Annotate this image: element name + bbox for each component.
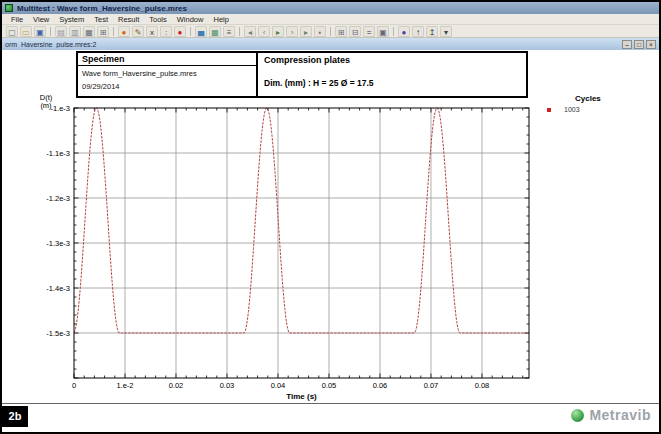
document-content: Specimen Wave form_Haversine_pulse.mres …: [2, 50, 659, 403]
record-icon[interactable]: ●: [118, 26, 130, 37]
menu-item-view[interactable]: View: [28, 15, 54, 24]
chart-text: -1.1e-3: [46, 149, 70, 158]
close-button[interactable]: ×: [646, 40, 656, 49]
chart-legend: Cycles 1003: [543, 94, 633, 113]
chart-text: Time (s): [286, 392, 317, 401]
zoom-y-icon[interactable]: :: [160, 26, 172, 37]
waveform-curve: [74, 108, 529, 333]
toolbar: ▢▭▣▤▥▦⊞●✎x:●▅▦≡◂‹▸›▸▪⊞⊟=▣●↑↥▾: [2, 25, 659, 38]
chart-text: 0.03: [220, 381, 235, 390]
paste-icon[interactable]: ▥: [69, 26, 81, 37]
menu-item-window[interactable]: Window: [172, 15, 209, 24]
step-forward-icon[interactable]: ›: [286, 26, 298, 37]
toolbar-separator: [239, 27, 240, 36]
chart-text: -1.3e-3: [46, 239, 70, 248]
window-bottom-border: [2, 403, 659, 404]
pen-icon[interactable]: ✎: [132, 26, 144, 37]
document-window-buttons: –□×: [620, 40, 656, 49]
legend-entry: 1003: [543, 106, 633, 113]
toolbar-separator: [393, 27, 394, 36]
window-icon[interactable]: ▣: [377, 26, 389, 37]
chart-text: 1.e-2: [116, 381, 133, 390]
minimize-button[interactable]: –: [622, 40, 632, 49]
cascade-icon[interactable]: ⊟: [349, 26, 361, 37]
waveform-chart[interactable]: 01.e-20.020.030.040.050.060.070.08-1.e-3…: [2, 88, 602, 413]
specimen-dimensions: Dim. (mm) : H = 25 Ø = 17.5: [264, 78, 520, 88]
menu-item-file[interactable]: File: [6, 15, 28, 24]
zoom-x-icon[interactable]: x: [146, 26, 158, 37]
copy-icon[interactable]: ▤: [55, 26, 67, 37]
chart-gridlines: [74, 108, 529, 378]
goto-end-icon[interactable]: ▸: [300, 26, 312, 37]
specimen-file-name: Wave form_Haversine_pulse.mres: [78, 66, 256, 78]
layout-icon[interactable]: ⊞: [97, 26, 109, 37]
stop-icon[interactable]: ●: [174, 26, 186, 37]
goto-start-icon[interactable]: ◂: [244, 26, 256, 37]
toolbar-separator: [113, 27, 114, 36]
chart-text: 0.05: [322, 381, 337, 390]
legend-entry-label: 1003: [564, 106, 580, 113]
restore-button[interactable]: □: [634, 40, 644, 49]
info-icon[interactable]: ●: [398, 26, 410, 37]
report-icon[interactable]: ≡: [223, 26, 235, 37]
chart-text: 0.06: [373, 381, 388, 390]
save-icon[interactable]: ▣: [34, 26, 46, 37]
menu-bar: FileViewSystemTestResultToolsWindowHelp: [2, 14, 659, 25]
chart-text: -1.2e-3: [46, 194, 70, 203]
figure-label: 2b: [2, 406, 28, 427]
legend-title: Cycles: [543, 94, 633, 103]
logo-wordmark: Metravib: [589, 407, 651, 423]
chart-text: 0.08: [475, 381, 490, 390]
logo-dot-icon: [571, 409, 584, 422]
toolbar-separator: [330, 27, 331, 36]
step-back-icon[interactable]: ‹: [258, 26, 270, 37]
chart-text: (m): [40, 101, 52, 110]
marker-icon[interactable]: ▪: [314, 26, 326, 37]
chart-text: -1.5e-3: [46, 329, 70, 338]
play-icon[interactable]: ▸: [272, 26, 284, 37]
down-icon[interactable]: ▾: [440, 26, 452, 37]
metravib-logo: Metravib: [571, 405, 651, 425]
tile-icon[interactable]: ⊞: [335, 26, 347, 37]
specimen-header: Specimen: [78, 53, 256, 66]
new-icon[interactable]: ▢: [6, 26, 18, 37]
export-icon[interactable]: ↑: [412, 26, 424, 37]
chart-icon[interactable]: ▅: [195, 26, 207, 37]
chart-text: 0: [72, 381, 76, 390]
toolbar-separator: [50, 27, 51, 36]
app-icon: [5, 4, 13, 12]
chart-text: -1.e-3: [50, 104, 70, 113]
chart-text: -1.4e-3: [46, 284, 70, 293]
chart-text: 0.04: [271, 381, 286, 390]
menu-item-result[interactable]: Result: [113, 15, 144, 24]
document-titlebar[interactable]: orm_Haversine_pulse.mres:2 –□×: [2, 38, 659, 50]
open-icon[interactable]: ▭: [20, 26, 32, 37]
window-title: Multitest : Wave form_Haversine_pulse.mr…: [17, 4, 187, 13]
document-title: orm_Haversine_pulse.mres:2: [5, 41, 620, 48]
print-icon[interactable]: ▦: [83, 26, 95, 37]
equal-icon[interactable]: =: [363, 26, 375, 37]
menu-item-help[interactable]: Help: [208, 15, 233, 24]
menu-item-system[interactable]: System: [54, 15, 89, 24]
menu-item-tools[interactable]: Tools: [144, 15, 172, 24]
menu-item-test[interactable]: Test: [89, 15, 113, 24]
window-titlebar[interactable]: Multitest : Wave form_Haversine_pulse.mr…: [2, 2, 659, 14]
toolbar-separator: [190, 27, 191, 36]
table-icon[interactable]: ▦: [209, 26, 221, 37]
pin-icon[interactable]: ↥: [426, 26, 438, 37]
chart-text: 0.02: [169, 381, 184, 390]
chart-text: 0.07: [424, 381, 439, 390]
legend-marker-icon: [547, 108, 551, 112]
screenshot-root: Multitest : Wave form_Haversine_pulse.mr…: [0, 0, 661, 434]
fixture-name: Compression plates: [264, 55, 520, 65]
